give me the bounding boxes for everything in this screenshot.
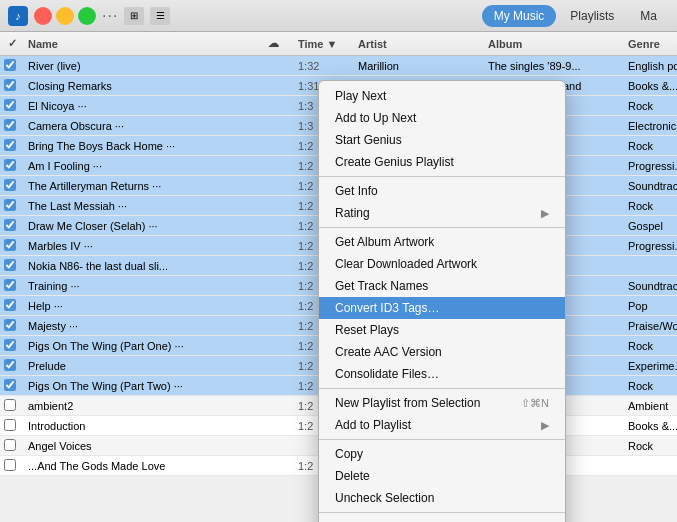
tab-my-music[interactable]: My Music <box>482 5 557 27</box>
row-genre: Rock <box>624 200 677 212</box>
menu-item[interactable]: Reset Plays <box>319 319 565 341</box>
menu-separator <box>319 512 565 513</box>
row-check[interactable] <box>4 59 24 73</box>
row-album: The singles '89-9... <box>484 60 624 72</box>
menu-separator <box>319 227 565 228</box>
row-check[interactable] <box>4 319 24 333</box>
header-artist[interactable]: Artist <box>354 38 484 50</box>
menu-item[interactable]: Consolidate Files… <box>319 363 565 385</box>
menu-item-label: Get Album Artwork <box>335 235 434 249</box>
row-artist: Marillion <box>354 60 484 72</box>
menu-item[interactable]: Create AAC Version <box>319 341 565 363</box>
header-time[interactable]: Time ▼ <box>294 38 354 50</box>
menu-item[interactable]: Get Album Artwork <box>319 231 565 253</box>
view-toggle-button[interactable]: ⊞ <box>124 7 144 25</box>
row-check[interactable] <box>4 339 24 353</box>
row-check[interactable] <box>4 99 24 113</box>
header-genre[interactable]: Genre <box>624 38 677 50</box>
row-name: Nokia N86- the last dual sli... <box>24 260 264 272</box>
row-name: Angel Voices <box>24 440 264 452</box>
row-check[interactable] <box>4 119 24 133</box>
row-check[interactable] <box>4 279 24 293</box>
header-name[interactable]: Name <box>24 38 264 50</box>
row-genre: Books &... <box>624 80 677 92</box>
menu-item[interactable]: Uncheck Selection <box>319 487 565 509</box>
menu-item-label: Uncheck Selection <box>335 491 434 505</box>
menu-item-shortcut: ▶ <box>541 419 549 432</box>
menu-item-label: Create Genius Playlist <box>335 155 454 169</box>
row-check[interactable] <box>4 459 24 473</box>
row-check[interactable] <box>4 179 24 193</box>
row-genre: Pop <box>624 300 677 312</box>
menu-item[interactable]: Rating ▶ <box>319 202 565 224</box>
row-name: River (live) <box>24 60 264 72</box>
more-button[interactable]: ··· <box>102 7 118 25</box>
row-check[interactable] <box>4 419 24 433</box>
menu-item[interactable]: Convert ID3 Tags… <box>319 297 565 319</box>
row-check[interactable] <box>4 299 24 313</box>
row-genre: Praise/Wo... <box>624 320 677 332</box>
row-check[interactable] <box>4 259 24 273</box>
menu-item[interactable]: Get Info <box>319 180 565 202</box>
menu-item[interactable]: Clear Downloaded Artwork <box>319 253 565 275</box>
minimize-button[interactable] <box>56 7 74 25</box>
row-name: Am I Fooling ··· <box>24 160 264 172</box>
row-genre: Soundtrack <box>624 180 677 192</box>
menu-item-label: Convert ID3 Tags… <box>335 301 440 315</box>
menu-item[interactable]: Get Track Names <box>319 275 565 297</box>
row-name: Closing Remarks <box>24 80 264 92</box>
row-name: Draw Me Closer (Selah) ··· <box>24 220 264 232</box>
maximize-button[interactable] <box>78 7 96 25</box>
row-check[interactable] <box>4 219 24 233</box>
row-name: ...And The Gods Made Love <box>24 460 264 472</box>
row-check[interactable] <box>4 139 24 153</box>
row-check[interactable] <box>4 79 24 93</box>
row-genre: Rock <box>624 440 677 452</box>
menu-item-label: Add to Playlist <box>335 418 411 432</box>
row-name: Pigs On The Wing (Part One) ··· <box>24 340 264 352</box>
row-genre: Rock <box>624 140 677 152</box>
row-check[interactable] <box>4 159 24 173</box>
context-menu: Play Next Add to Up Next Start Genius Cr… <box>318 80 566 522</box>
header-album[interactable]: Album <box>484 38 624 50</box>
menu-item-label: Add to Up Next <box>335 111 416 125</box>
row-check[interactable] <box>4 359 24 373</box>
menu-item[interactable]: Delete <box>319 465 565 487</box>
menu-item-label: Create AAC Version <box>335 345 442 359</box>
row-genre: Electronic... <box>624 120 677 132</box>
menu-item-label: Get Info <box>335 184 378 198</box>
row-genre: Books &... <box>624 420 677 432</box>
menu-item[interactable]: Start Genius <box>319 129 565 151</box>
menu-item-label: Delete <box>335 469 370 483</box>
row-check[interactable] <box>4 199 24 213</box>
row-name: El Nicoya ··· <box>24 100 264 112</box>
menu-item[interactable]: Play Next <box>319 85 565 107</box>
titlebar: ♪ ··· ⊞ ☰ My Music Playlists Ma <box>0 0 677 32</box>
window-controls <box>34 7 96 25</box>
menu-item-label: Get Track Names <box>335 279 428 293</box>
menu-item-label: Play Next <box>335 89 386 103</box>
row-genre: Gospel <box>624 220 677 232</box>
menu-item[interactable]: Add to Up Next <box>319 107 565 129</box>
menu-item[interactable]: Copy <box>319 443 565 465</box>
row-check[interactable] <box>4 399 24 413</box>
row-check[interactable] <box>4 379 24 393</box>
menu-item[interactable]: Apply Sort Field ▶ <box>319 516 565 522</box>
row-name: Bring The Boys Back Home ··· <box>24 140 264 152</box>
menu-item[interactable]: Add to Playlist ▶ <box>319 414 565 436</box>
row-genre: Progressi... <box>624 160 677 172</box>
view-list-button[interactable]: ☰ <box>150 7 170 25</box>
nav-tabs: My Music Playlists Ma <box>482 5 669 27</box>
close-button[interactable] <box>34 7 52 25</box>
tab-more[interactable]: Ma <box>628 5 669 27</box>
table-row[interactable]: River (live) 1:32 Marillion The singles … <box>0 56 677 76</box>
row-name: Camera Obscura ··· <box>24 120 264 132</box>
menu-item[interactable]: New Playlist from Selection ⇧⌘N <box>319 392 565 414</box>
menu-item[interactable]: Create Genius Playlist <box>319 151 565 173</box>
menu-item-label: Rating <box>335 206 370 220</box>
row-check[interactable] <box>4 439 24 453</box>
tab-playlists[interactable]: Playlists <box>558 5 626 27</box>
row-check[interactable] <box>4 239 24 253</box>
row-name: ambient2 <box>24 400 264 412</box>
menu-item-label: Start Genius <box>335 133 402 147</box>
